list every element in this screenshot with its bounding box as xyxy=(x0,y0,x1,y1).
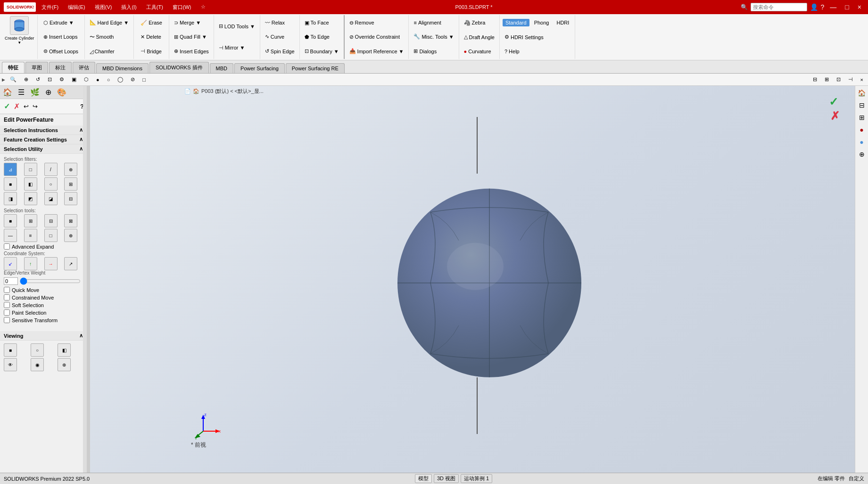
view-btn-6[interactable]: ▣ xyxy=(69,75,79,83)
tool-btn-1[interactable]: ■ xyxy=(4,214,17,227)
feat-tab-list[interactable]: ☰ xyxy=(15,86,27,99)
filter-btn-7[interactable]: ○ xyxy=(44,177,58,191)
tab-power-surfacing[interactable]: Power Surfacing xyxy=(234,63,285,73)
tool-btn-5[interactable]: — xyxy=(4,229,17,242)
filter-btn-1[interactable]: ⊿ xyxy=(4,163,17,176)
standard-button[interactable]: Standard xyxy=(503,19,529,26)
viewport-confirm-icon[interactable]: ✓ xyxy=(829,95,838,108)
tab-sw-plugin[interactable]: SOLIDWORKS 插件 xyxy=(149,62,209,73)
viewport[interactable]: 📄 🏠 P003 (默认) < <默认>_显... xyxy=(90,86,855,473)
import-ref-arrow[interactable]: ▼ xyxy=(399,49,404,54)
tool-btn-3[interactable]: ⊟ xyxy=(44,214,58,227)
view-btn-cross[interactable]: ⊕ xyxy=(58,358,71,371)
sensitive-transform-checkbox[interactable] xyxy=(4,317,10,323)
coord-btn-3[interactable]: → xyxy=(44,257,58,270)
chamfer-button[interactable]: ◿ Chamfer xyxy=(88,48,131,56)
view-btn-8[interactable]: ● xyxy=(93,76,102,83)
view-btn-9[interactable]: ○ xyxy=(104,76,113,83)
view-btn-1[interactable]: 🔍 xyxy=(7,75,19,83)
create-cylinder-button[interactable] xyxy=(10,16,29,35)
view-btn-eye[interactable]: 👁 xyxy=(4,358,17,371)
tool-btn-8[interactable]: ⊕ xyxy=(64,229,77,242)
feat-tab-home[interactable]: 🏠 xyxy=(0,86,15,99)
view-btn-2[interactable]: ⊕ xyxy=(21,75,31,83)
insert-loops-button[interactable]: ⊕ Insert Loops xyxy=(41,33,80,41)
view-resize-3[interactable]: ⊡ xyxy=(834,75,843,83)
right-icon-5[interactable]: ● xyxy=(857,137,867,147)
coord-btn-2[interactable]: ↑ xyxy=(24,257,37,270)
viewing-header[interactable]: Viewing ∧ xyxy=(0,331,87,341)
view-btn-10[interactable]: ◯ xyxy=(115,75,126,83)
weight-input[interactable] xyxy=(4,277,18,285)
filter-btn-5[interactable]: ■ xyxy=(4,177,17,191)
right-icon-2[interactable]: ⊟ xyxy=(857,100,867,110)
menu-window[interactable]: 窗口(W) xyxy=(171,3,193,12)
tab-evaluate[interactable]: 评估 xyxy=(73,62,95,73)
import-reference-button[interactable]: 📥 Import Reference ▼ xyxy=(347,47,406,55)
to-face-button[interactable]: ▣ To Face xyxy=(303,19,341,27)
soft-selection-checkbox[interactable] xyxy=(4,302,10,308)
extrude-arrow[interactable]: ▼ xyxy=(69,20,74,25)
filter-btn-10[interactable]: ◩ xyxy=(24,192,37,205)
boundary-button[interactable]: ⊡ Boundary ▼ xyxy=(303,47,341,55)
menu-edit[interactable]: 编辑(E) xyxy=(66,3,87,12)
quad-fill-arrow[interactable]: ▼ xyxy=(202,34,207,40)
view-btn-3[interactable]: ↺ xyxy=(33,75,43,83)
mirror-arrow[interactable]: ▼ xyxy=(240,45,245,50)
status-customize[interactable]: 自定义 xyxy=(849,475,864,482)
dialogs-button[interactable]: ⊞ Dialogs xyxy=(412,47,455,55)
filter-btn-11[interactable]: ◪ xyxy=(44,192,58,205)
help-icon[interactable]: ? xyxy=(821,3,825,11)
close-button[interactable]: × xyxy=(855,3,864,11)
feat-tab-color[interactable]: 🎨 xyxy=(54,86,69,99)
cancel-button[interactable]: ✗ xyxy=(13,101,21,112)
extrude-button[interactable]: ⬡ Extrude ▼ xyxy=(41,19,80,27)
lod-arrow[interactable]: ▼ xyxy=(250,24,255,29)
override-constraint-button[interactable]: ⊘ Override Constraint xyxy=(347,33,406,41)
erase-button[interactable]: 🧹 Erase xyxy=(139,19,164,27)
curve-button[interactable]: ∿ Curve xyxy=(263,33,297,41)
minimize-button[interactable]: — xyxy=(827,3,839,11)
menu-extra[interactable]: ☆ xyxy=(199,3,207,12)
view-btn-11[interactable]: ⊘ xyxy=(128,75,138,83)
smooth-button[interactable]: 〜 Smooth xyxy=(88,33,131,42)
draft-angle-button[interactable]: △ Draft Angle xyxy=(462,33,496,41)
view-close-2[interactable]: × xyxy=(858,76,866,83)
hard-edge-button[interactable]: 📐 Hard Edge ▼ xyxy=(88,18,131,26)
view-btn-solid[interactable]: ■ xyxy=(4,343,17,357)
coord-btn-4[interactable]: ↗ xyxy=(64,257,77,270)
user-icon[interactable]: 👤 xyxy=(810,3,818,11)
panel-scrollbar[interactable] xyxy=(83,86,87,473)
to-edge-button[interactable]: ⬟ To Edge xyxy=(303,33,341,41)
offset-loops-button[interactable]: ⊜ Offset Loops xyxy=(41,47,80,55)
viewport-cancel-icon[interactable]: ✗ xyxy=(830,109,840,123)
undo-button[interactable]: ↩ xyxy=(23,102,30,111)
misc-tools-button[interactable]: 🔧 Misc. Tools ▼ xyxy=(412,33,455,41)
paint-selection-checkbox[interactable] xyxy=(4,309,10,316)
remove-button[interactable]: ⊖ Remove xyxy=(347,19,406,27)
coord-btn-1[interactable]: ↙ xyxy=(4,257,17,270)
quick-move-checkbox[interactable] xyxy=(4,287,10,293)
right-icon-3[interactable]: ⊞ xyxy=(857,112,867,123)
feat-tab-property[interactable]: ⊕ xyxy=(42,86,54,99)
tool-btn-4[interactable]: ⊠ xyxy=(64,214,77,227)
search-input[interactable] xyxy=(751,3,807,11)
menu-file[interactable]: 文件(F) xyxy=(40,3,60,12)
merge-arrow[interactable]: ▼ xyxy=(196,20,201,25)
create-cylinder-arrow[interactable]: ▼ xyxy=(17,41,21,45)
curvature-button[interactable]: ● Curvature xyxy=(462,48,496,55)
tool-btn-6[interactable]: ≡ xyxy=(24,229,37,242)
status-motion[interactable]: 运动算例 1 xyxy=(461,474,492,483)
tool-btn-7[interactable]: □ xyxy=(44,229,58,242)
advanced-expand-checkbox[interactable] xyxy=(4,243,10,250)
filter-btn-4[interactable]: ⊕ xyxy=(64,163,77,176)
alignment-button[interactable]: ≡ Alignment xyxy=(412,19,455,26)
merge-button[interactable]: ⊃ Merge ▼ xyxy=(172,19,211,27)
right-icon-4[interactable]: ● xyxy=(857,125,867,135)
filter-btn-6[interactable]: ◧ xyxy=(24,177,37,191)
view-btn-4[interactable]: ⊡ xyxy=(45,75,55,83)
right-icon-1[interactable]: 🏠 xyxy=(857,88,867,98)
maximize-button[interactable]: □ xyxy=(842,3,851,11)
status-model[interactable]: 模型 xyxy=(415,474,432,483)
hdri-settings-button[interactable]: ⚙ HDRI Settings xyxy=(503,33,572,41)
